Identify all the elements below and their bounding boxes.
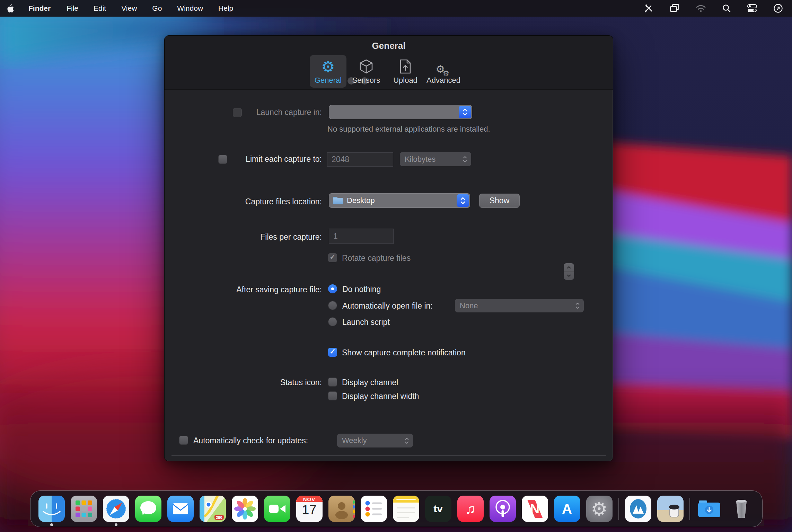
toolbox-icon[interactable] [644,3,653,13]
menu-edit[interactable]: Edit [86,0,114,17]
status-icon-label: Status icon: [166,378,322,387]
dock-jar-app-icon[interactable] [657,496,684,522]
display-channel-width-label: Display channel width [342,392,419,401]
limit-capture-label: Limit each capture to: [166,154,322,164]
menu-window[interactable]: Window [169,0,211,17]
dock-notes-icon[interactable] [393,496,419,522]
after-saving-label: After saving capture file: [166,285,322,294]
radio-launch-script-label: Launch script [342,318,390,327]
radio-open-file-in[interactable] [328,301,337,310]
dock-safari-icon[interactable] [103,496,129,522]
popup-arrows-icon [463,152,467,166]
tab-advanced[interactable]: Advanced [425,55,462,88]
show-button[interactable]: Show [479,194,520,208]
location-popup[interactable]: Desktop [329,193,470,208]
popup-arrows-icon [459,106,471,118]
search-icon[interactable] [722,4,731,13]
files-per-capture-label: Files per capture: [166,232,322,242]
dock-capture-app-icon[interactable] [625,496,651,522]
check-updates-label: Automatically check for updates: [193,436,308,445]
cube-icon [359,55,374,74]
updates-popup[interactable]: Weekly [337,434,413,447]
dock-contacts-icon[interactable] [328,496,355,522]
wifi-icon[interactable] [696,4,706,12]
dock-facetime-icon[interactable] [264,496,290,522]
dock: 280 [30,490,763,527]
running-indicator [50,523,53,526]
popup-arrows-icon [575,299,580,312]
dock-divider [689,498,690,520]
apple-menu[interactable] [0,4,20,13]
dock-news-icon[interactable]: N [522,496,548,522]
popup-arrows-icon [405,434,409,447]
dock-finder-icon[interactable] [38,496,65,522]
tab-sensors[interactable]: Sensors [348,55,385,88]
launch-capture-helper: No supported external applications are i… [327,125,490,134]
dock-messages-icon[interactable] [135,496,161,522]
dock-downloads-icon[interactable] [696,496,722,522]
calendar-day: 17 [296,503,323,517]
check-updates-checkbox[interactable] [179,436,188,445]
tab-general[interactable]: General [310,55,346,88]
dock-calendar-icon[interactable]: NOV 17 [296,496,323,522]
gear-icon [321,55,335,74]
dock-photos-icon[interactable] [232,496,258,522]
window-header: General General Sensors [165,36,613,90]
menu-view[interactable]: View [114,0,144,17]
rotate-files-checkbox[interactable] [328,253,337,262]
section-divider [171,455,606,456]
notification-checkbox[interactable] [328,348,337,357]
open-in-popup[interactable]: None [455,299,584,312]
menu-bar: Finder File Edit View Go Window Help [0,0,792,17]
displays-icon[interactable] [669,3,680,13]
dock-music-icon[interactable] [457,496,484,522]
dock-divider [618,498,619,520]
display-channel-width-checkbox[interactable] [328,391,337,400]
dock-app-store-icon[interactable]: A [554,496,580,522]
menubar-app-name[interactable]: Finder [20,0,59,17]
maps-route-shield: 280 [214,515,223,520]
radio-open-file-in-label: Automatically open file in: [342,301,433,311]
limit-capture-field[interactable]: 2048 [327,152,393,167]
display-channel-checkbox[interactable] [328,378,337,387]
launch-capture-label: Launch capture in: [166,108,322,117]
menu-go[interactable]: Go [144,0,169,17]
rotate-files-label: Rotate capture files [342,254,411,263]
files-per-capture-stepper[interactable] [564,263,574,280]
gears-icon [435,55,451,74]
menu-file[interactable]: File [59,0,86,17]
dock-launchpad-icon[interactable] [71,496,97,522]
limit-unit-popup[interactable]: Kilobytes [400,152,471,166]
display-channel-label: Display channel [342,378,398,387]
menu-help[interactable]: Help [211,0,241,17]
music-note-icon [457,496,484,522]
dock-trash-icon[interactable] [728,496,755,522]
apple-icon [6,4,14,13]
dock-reminders-icon[interactable] [361,496,387,522]
window-title: General [165,41,613,51]
radio-do-nothing[interactable] [328,284,337,293]
tab-upload[interactable]: Upload [387,55,424,88]
stepper-down-icon [564,272,574,280]
control-center-icon[interactable] [747,4,757,13]
stepper-up-icon [564,263,574,272]
dock-tv-icon[interactable]: tv [425,496,451,522]
preferences-window: General General Sensors [164,35,613,461]
files-per-capture-field[interactable]: 1 [329,229,394,244]
dock-mail-icon[interactable] [167,496,194,522]
dock-podcasts-icon[interactable] [490,496,516,522]
popup-arrows-icon [457,194,469,207]
tv-logo: tv [425,496,451,522]
dock-system-preferences-icon[interactable] [586,496,613,522]
calendar-month: NOV [296,496,323,502]
folder-icon [333,197,343,204]
app-store-logo: A [554,496,580,522]
upload-doc-icon [399,55,412,74]
radio-launch-script[interactable] [328,317,337,326]
dock-maps-icon[interactable]: 280 [200,496,226,522]
fast-user-switch-icon[interactable] [773,3,783,13]
news-logo: N [522,496,548,522]
launch-capture-popup[interactable] [329,105,472,119]
radio-do-nothing-label: Do nothing [342,285,381,294]
running-indicator [115,523,117,526]
